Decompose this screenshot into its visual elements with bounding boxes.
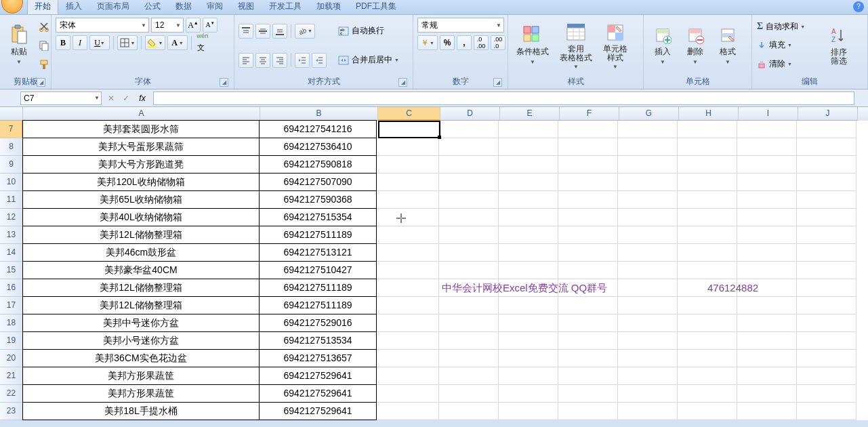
tab-3[interactable]: 公式 [137, 0, 168, 14]
cell[interactable]: 美邦豪华盆40CM [22, 261, 260, 279]
cell[interactable] [439, 244, 499, 262]
col-header-A[interactable]: A [23, 107, 260, 121]
cell[interactable] [377, 262, 439, 279]
cell[interactable] [558, 174, 618, 191]
cell[interactable] [558, 367, 618, 385]
cell[interactable]: 6942127529641 [259, 384, 377, 403]
cell[interactable] [377, 226, 439, 244]
col-header-G[interactable]: G [619, 107, 679, 121]
increase-decimal-button[interactable]: .0.00 [474, 35, 489, 50]
cell[interactable] [678, 191, 737, 209]
insert-cells-button[interactable]: 插入▼ [648, 18, 678, 73]
cell[interactable]: 美邦方形果蔬筐 [22, 367, 260, 385]
col-header-I[interactable]: I [739, 107, 798, 121]
cell[interactable] [797, 156, 856, 174]
cell[interactable] [439, 403, 499, 420]
align-left-button[interactable] [239, 53, 253, 68]
cell[interactable] [439, 385, 499, 403]
cell[interactable] [737, 297, 797, 314]
cell[interactable] [618, 174, 678, 191]
align-center-button[interactable] [255, 53, 270, 68]
cell[interactable] [558, 121, 618, 138]
row-header[interactable]: 12 [0, 209, 23, 226]
cell[interactable] [377, 244, 439, 262]
format-as-table-button[interactable]: 套用 表格格式▼ [556, 18, 596, 73]
cell[interactable] [499, 174, 558, 191]
format-painter-button[interactable] [37, 57, 51, 72]
cell[interactable] [618, 332, 678, 350]
cell[interactable] [499, 244, 558, 262]
cell[interactable] [439, 121, 499, 138]
align-bottom-button[interactable] [272, 24, 287, 39]
col-header-J[interactable]: J [798, 107, 858, 121]
cell[interactable] [618, 226, 678, 244]
cell[interactable] [377, 156, 439, 174]
fill-color-button[interactable]: ▼ [145, 35, 165, 50]
cell[interactable] [499, 226, 558, 244]
cell[interactable] [377, 191, 439, 209]
cell[interactable] [678, 314, 737, 332]
tab-6[interactable]: 视图 [230, 0, 262, 14]
cell[interactable] [439, 332, 499, 350]
cell[interactable]: 6942127511189 [259, 279, 377, 297]
select-all-corner[interactable] [0, 107, 23, 121]
cell[interactable] [558, 209, 618, 226]
cell[interactable] [618, 279, 678, 297]
cell[interactable] [678, 226, 737, 244]
cell[interactable]: 美邦中号迷你方盆 [22, 314, 260, 332]
cell[interactable] [797, 297, 856, 314]
cell[interactable] [377, 332, 439, 350]
currency-button[interactable]: ￥▼ [417, 35, 438, 50]
cell[interactable] [439, 262, 499, 279]
office-button[interactable] [1, 0, 23, 14]
borders-button[interactable]: ▼ [117, 35, 138, 50]
cell[interactable] [377, 279, 439, 297]
cell[interactable] [797, 403, 856, 420]
cut-button[interactable] [37, 19, 51, 34]
number-launcher[interactable]: ◢ [493, 78, 502, 87]
row-header[interactable]: 23 [0, 403, 23, 420]
percent-button[interactable]: % [440, 35, 455, 50]
cell[interactable] [377, 314, 439, 332]
cell[interactable] [678, 138, 737, 156]
cell[interactable] [558, 262, 618, 279]
cell[interactable] [499, 138, 558, 156]
cell[interactable] [797, 279, 856, 297]
font-family-combo[interactable]: 宋体▼ [56, 18, 149, 33]
col-header-D[interactable]: D [440, 107, 500, 121]
cell[interactable] [558, 403, 618, 420]
cell[interactable] [558, 226, 618, 244]
cell[interactable] [439, 226, 499, 244]
cell[interactable] [499, 385, 558, 403]
cell[interactable] [737, 314, 797, 332]
cell[interactable]: 6942127529016 [259, 314, 377, 332]
merge-center-button[interactable]: 合并后居中▼ [335, 53, 411, 68]
col-header-C[interactable]: C [378, 107, 440, 121]
phonetic-button[interactable]: wén文 [195, 35, 210, 50]
cell[interactable] [439, 297, 499, 314]
cell[interactable] [377, 367, 439, 385]
cell[interactable] [558, 191, 618, 209]
cell[interactable]: 6942127541216 [259, 120, 377, 138]
cell[interactable]: 美邦大号方形跑道凳 [22, 155, 260, 174]
row-header[interactable]: 18 [0, 314, 23, 332]
align-right-button[interactable] [272, 53, 287, 68]
row-header[interactable]: 9 [0, 156, 23, 174]
cell[interactable] [618, 138, 678, 156]
cell[interactable] [737, 121, 797, 138]
align-middle-button[interactable] [255, 24, 270, 39]
fx-cancel[interactable]: ✕ [104, 91, 118, 106]
cell[interactable] [678, 209, 737, 226]
cell[interactable] [737, 226, 797, 244]
paste-button[interactable]: 粘贴▼ [4, 18, 34, 73]
decrease-decimal-button[interactable]: .00.0 [491, 35, 505, 50]
cell[interactable] [678, 156, 737, 174]
cell[interactable] [737, 209, 797, 226]
cell[interactable] [737, 191, 797, 209]
tab-8[interactable]: 加载项 [309, 0, 348, 14]
sort-filter-button[interactable]: AZ排序 筛选 [824, 18, 854, 73]
cell[interactable]: 6942127590368 [259, 190, 377, 209]
row-header[interactable]: 11 [0, 191, 23, 209]
cell[interactable] [499, 332, 558, 350]
cell[interactable] [618, 297, 678, 314]
